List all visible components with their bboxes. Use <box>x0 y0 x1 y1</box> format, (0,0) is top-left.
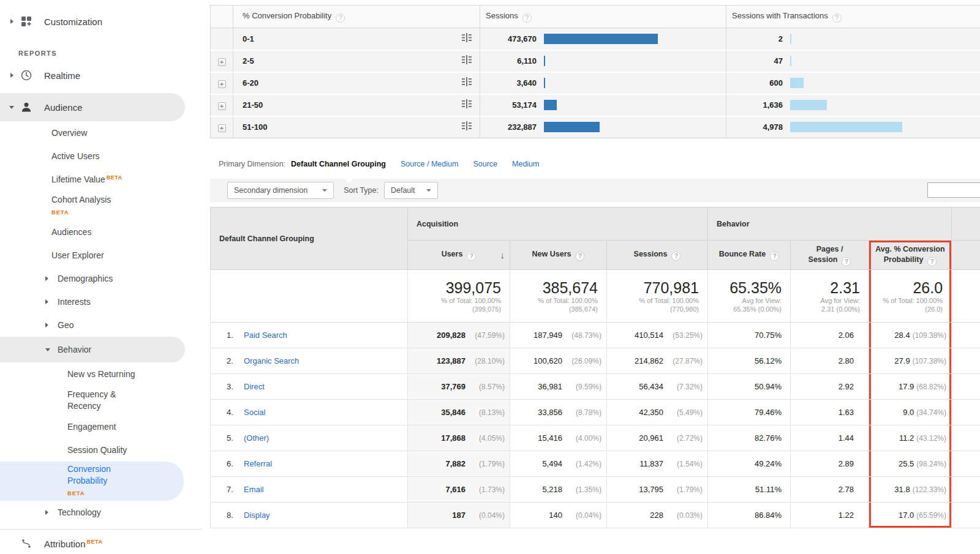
metric-value: 2 <box>731 34 783 43</box>
help-icon[interactable]: ? <box>927 257 937 266</box>
new-users-value: 5,494 <box>542 459 562 468</box>
sidebar-item-session-quality[interactable]: Session Quality <box>0 438 202 462</box>
table-search-input[interactable] <box>927 182 980 198</box>
primary-dimension-link-source-medium[interactable]: Source / Medium <box>401 160 458 168</box>
pivot-sessions-cell: 6,110 <box>480 50 726 72</box>
sidebar-item-customization[interactable]: Customization <box>0 7 202 36</box>
pivot-icon[interactable] <box>462 77 472 89</box>
column-header-bounce-rate[interactable]: Bounce Rate? <box>708 241 791 270</box>
sidebar-item-label: Lifetime ValueBETA <box>51 174 123 185</box>
help-icon[interactable]: ? <box>671 252 680 261</box>
channel-link[interactable]: Direct <box>244 382 265 391</box>
help-icon[interactable]: ? <box>832 13 842 23</box>
primary-dimension-link-medium[interactable]: Medium <box>512 160 539 168</box>
expand-plus-button[interactable]: + <box>218 58 226 66</box>
beta-badge: BETA <box>51 206 111 218</box>
chevron-right-icon[interactable] <box>5 19 18 24</box>
pivot-dimension-header-label: % Conversion Probability <box>243 11 331 20</box>
sidebar-item-technology[interactable]: Technology <box>0 501 202 524</box>
sidebar-item-audiences[interactable]: Audiences <box>0 220 202 244</box>
sidebar-item-attribution[interactable]: AttributionBETA <box>0 530 202 554</box>
column-header-default-channel-grouping[interactable]: Default Channel Grouping <box>211 208 408 270</box>
bounce-rate-cell: 86.84% <box>708 503 791 528</box>
help-icon[interactable]: ? <box>336 13 345 23</box>
sidebar-item-active-users[interactable]: Active Users <box>0 144 202 168</box>
pivot-icon[interactable] <box>462 99 472 111</box>
expand-plus-button[interactable]: + <box>218 102 226 110</box>
channel-link[interactable]: Display <box>244 511 270 520</box>
sidebar-item-behavior[interactable]: Behavior <box>0 337 185 362</box>
pivot-expand-cell: + <box>211 72 233 94</box>
sidebar-item-label: Behavior <box>58 345 91 354</box>
sidebar-item-engagement[interactable]: Engagement <box>0 415 202 438</box>
sidebar-item-geo[interactable]: Geo <box>0 313 202 337</box>
sort-descending-icon[interactable]: ↓ <box>500 250 505 260</box>
primary-dimension-selected[interactable]: Default Channel Grouping <box>291 160 386 168</box>
chevron-right-icon[interactable] <box>45 299 58 304</box>
sidebar-item-label: Geo <box>58 320 74 330</box>
channel-link[interactable]: Email <box>244 485 264 494</box>
new-users-value: 36,981 <box>538 382 562 391</box>
users-cell: 187(0.04%) <box>408 503 510 528</box>
help-icon[interactable]: ? <box>842 257 851 266</box>
primary-dimension-link-source[interactable]: Source <box>473 160 497 168</box>
channel-link[interactable]: Social <box>244 408 265 417</box>
chevron-right-icon[interactable] <box>45 323 58 328</box>
chevron-down-icon <box>322 189 327 192</box>
help-icon[interactable]: ? <box>467 252 476 261</box>
pivot-dimension-header[interactable]: % Conversion Probability? <box>233 6 480 28</box>
help-icon[interactable]: ? <box>575 252 584 261</box>
pivot-transactions-header[interactable]: Sessions with Transactions? <box>726 6 980 28</box>
sidebar-item-user-explorer[interactable]: User Explorer <box>0 244 202 267</box>
channel-link[interactable]: Paid Search <box>244 331 287 340</box>
channel-link[interactable]: Organic Search <box>244 356 299 365</box>
chevron-right-icon[interactable] <box>45 510 58 515</box>
sidebar-item-realtime[interactable]: Realtime <box>0 61 202 89</box>
chevron-right-icon[interactable] <box>5 73 18 78</box>
secondary-dimension-button[interactable]: Secondary dimension <box>227 182 334 199</box>
column-header-new-users[interactable]: New Users? <box>510 241 607 270</box>
pivot-icon[interactable] <box>462 121 472 133</box>
totals-subtext: 2.31 (0.00%) <box>791 305 860 313</box>
expand-plus-button[interactable]: + <box>218 124 226 132</box>
pivot-sessions-header[interactable]: Sessions? <box>480 6 726 28</box>
sidebar-item-cohort-analysis[interactable]: Cohort AnalysisBETA <box>0 191 202 220</box>
channel-link[interactable]: (Other) <box>244 433 269 443</box>
pivot-icon[interactable] <box>462 33 472 45</box>
users-value: 7,882 <box>445 459 466 468</box>
new-users-percent: (9.59%) <box>567 383 601 391</box>
column-header-users[interactable]: Users?↓ <box>408 241 510 270</box>
sort-type-button[interactable]: Default <box>384 182 438 199</box>
sidebar-item-lifetime-value[interactable]: Lifetime ValueBETA <box>0 168 202 191</box>
row-spacer-cell <box>952 425 980 451</box>
bucket-label: 2-5 <box>243 56 462 66</box>
column-header-avg-conversion-probability[interactable]: Avg. % ConversionProbability? <box>869 241 952 270</box>
channel-link[interactable]: Referral <box>244 459 272 468</box>
expand-plus-button[interactable]: + <box>218 80 226 88</box>
sidebar-item-overview[interactable]: Overview <box>0 121 202 144</box>
sidebar-item-conversion[interactable]: ConversionProbabilityBETA <box>0 462 184 501</box>
pivot-row: +51-100232,8874,978 <box>211 116 980 138</box>
table-row: 4.Social35,846(8.13%)33,856(8.78%)42,350… <box>211 400 980 425</box>
help-icon[interactable]: ? <box>522 13 532 23</box>
avg-conversion-probability-cell: 25.5(98.24%) <box>869 451 952 477</box>
sidebar-item-demographics[interactable]: Demographics <box>0 267 202 290</box>
chevron-down-icon <box>426 189 431 192</box>
chevron-down-icon[interactable] <box>45 348 58 351</box>
pivot-icon[interactable] <box>462 55 472 67</box>
chevron-right-icon[interactable] <box>45 276 58 281</box>
row-number: 2. <box>227 356 244 365</box>
sidebar-item-new-vs-returning[interactable]: New vs Returning <box>0 362 202 386</box>
users-value: 7,616 <box>445 485 466 494</box>
avg-conversion-percent: (43.12%) <box>916 434 946 443</box>
pivot-transactions-cell: 4,978 <box>726 116 980 138</box>
chevron-down-icon[interactable] <box>5 106 18 109</box>
metric-value: 4,978 <box>731 122 783 132</box>
column-header-pages-session[interactable]: Pages /Session? <box>791 241 869 270</box>
sidebar-item-interests[interactable]: Interests <box>0 290 202 313</box>
totals-value: 770,981 <box>607 279 699 296</box>
sidebar-item-frequency[interactable]: Frequency &Recency <box>0 386 202 415</box>
column-header-sessions[interactable]: Sessions? <box>607 241 708 270</box>
help-icon[interactable]: ? <box>770 252 779 261</box>
sidebar-item-audience[interactable]: Audience <box>0 93 185 121</box>
